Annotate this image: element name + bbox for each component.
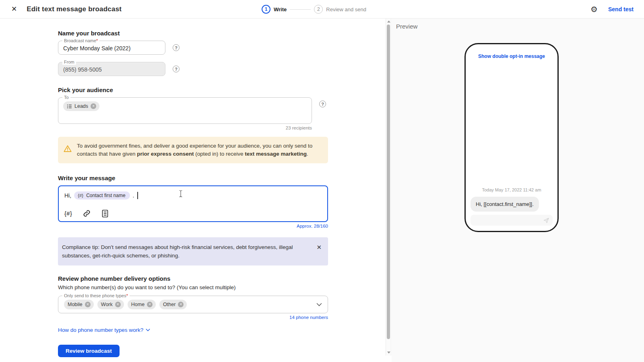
from-row: From ? xyxy=(58,62,386,76)
send-test-button[interactable]: Send test xyxy=(608,6,634,12)
recipients-count: 23 recipients xyxy=(58,125,312,130)
audience-chip-label: Leads xyxy=(74,103,88,109)
broadcast-name-field-wrap: Broadcast name* xyxy=(58,41,165,55)
phone-types-help-link[interactable]: How do phone number types work? xyxy=(58,327,150,333)
step-1-circle: 1 xyxy=(262,5,270,14)
mouse-ibeam-cursor xyxy=(178,190,183,199)
broadcast-name-row: Broadcast name* ? xyxy=(58,41,386,55)
scroll-down-arrow[interactable] xyxy=(387,352,390,354)
required-asterisk: * xyxy=(126,293,128,298)
preview-panel: Preview Show double opt-in message Today… xyxy=(392,19,644,362)
consent-warning-bold-2: text message marketing xyxy=(245,151,307,157)
link-icon xyxy=(83,209,91,218)
audience-section-heading: Pick your audience xyxy=(58,86,386,93)
dismiss-compliance-tip-icon[interactable]: ✕ xyxy=(316,243,322,260)
preview-message-bubble: Hi, [[contact.first_name]]. xyxy=(471,197,539,212)
required-asterisk: * xyxy=(96,38,98,43)
merge-field-label: Contact first name xyxy=(86,193,125,198)
warning-triangle-icon xyxy=(63,144,72,153)
header: ✕ Edit text message broadcast 1 Write 2 … xyxy=(0,0,644,19)
preview-timestamp: Today May 17, 2022 11:42 am xyxy=(466,187,557,192)
text-caret xyxy=(137,192,138,199)
list-icon xyxy=(67,104,72,109)
to-help-icon[interactable]: ? xyxy=(319,101,326,107)
phone-numbers-count: 14 phone numbers xyxy=(58,315,328,320)
chevron-down-icon xyxy=(146,329,150,331)
compliance-tip-banner: Compliance tip: Don't send messages abou… xyxy=(58,237,328,265)
remove-home-chip-icon[interactable]: × xyxy=(147,302,153,307)
broadcast-name-help-icon[interactable]: ? xyxy=(173,44,180,51)
header-actions: ⚙ Send test xyxy=(590,5,634,13)
show-double-opt-in-link[interactable]: Show double opt-in message xyxy=(466,53,557,59)
from-field-wrap: From xyxy=(58,62,165,76)
step-1-label: Write xyxy=(274,6,287,12)
consent-warning-banner: To avoid government fines, and deliver a… xyxy=(58,137,328,163)
step-2-circle: 2 xyxy=(314,5,323,14)
phone-type-chip-other[interactable]: Other × xyxy=(159,300,187,309)
broadcast-editor-screen: ✕ Edit text message broadcast 1 Write 2 … xyxy=(0,0,644,362)
step-2-label: Review and send xyxy=(326,6,366,12)
broadcast-name-label: Broadcast name* xyxy=(62,38,99,43)
gear-icon[interactable]: ⚙ xyxy=(590,5,598,13)
scroll-up-arrow[interactable] xyxy=(387,21,390,23)
stepper-connector xyxy=(290,9,311,10)
consent-warning-text: To avoid government fines, and deliver a… xyxy=(77,142,322,158)
to-label: To xyxy=(62,95,70,100)
from-help-icon[interactable]: ? xyxy=(173,66,180,72)
scrollbar-thumb[interactable] xyxy=(387,25,390,339)
phone-type-chip-mobile[interactable]: Mobile × xyxy=(64,300,94,309)
phone-types-select[interactable]: Only send to these phone types* Mobile ×… xyxy=(58,296,328,313)
remove-other-chip-icon[interactable]: × xyxy=(178,302,184,307)
message-content: Hi, {#} Contact first name . xyxy=(64,191,322,200)
composer-toolbar: {#} xyxy=(64,209,109,218)
send-paper-plane-icon xyxy=(543,217,549,224)
from-label: From xyxy=(62,59,76,65)
phone-type-chip-home[interactable]: Home × xyxy=(128,300,156,309)
document-icon xyxy=(101,210,109,218)
delivery-section-heading: Review phone number delivery options xyxy=(58,275,386,282)
preview-input-bar xyxy=(471,215,553,226)
insert-link-button[interactable] xyxy=(83,209,91,218)
remove-mobile-chip-icon[interactable]: × xyxy=(85,302,91,307)
close-button[interactable]: ✕ xyxy=(10,5,18,13)
message-text-after: . xyxy=(133,192,134,199)
name-section-heading: Name your broadcast xyxy=(58,30,386,37)
remove-leads-chip-icon[interactable]: × xyxy=(91,103,96,109)
to-field[interactable]: To Leads × xyxy=(58,97,312,124)
merge-field-chip[interactable]: {#} Contact first name xyxy=(74,191,130,200)
message-text-before: Hi, xyxy=(64,192,71,199)
phone-types-label: Only send to these phone types* xyxy=(62,293,130,298)
to-row: To Leads × ? xyxy=(58,97,386,124)
step-write[interactable]: 1 Write xyxy=(262,5,287,14)
consent-warning-bold-1: prior express consent xyxy=(137,151,194,157)
message-section-heading: Write your message xyxy=(58,175,386,181)
close-icon: ✕ xyxy=(11,5,17,13)
message-composer[interactable]: Hi, {#} Contact first name . {#} xyxy=(58,185,328,222)
chevron-down-icon[interactable] xyxy=(316,303,322,306)
phone-mockup: Show double opt-in message Today May 17,… xyxy=(464,43,559,232)
compliance-tip-text: Compliance tip: Don't send messages abou… xyxy=(62,243,295,260)
page-title: Edit text message broadcast xyxy=(27,5,122,13)
preview-title: Preview xyxy=(396,23,417,30)
vertical-scrollbar[interactable] xyxy=(386,19,391,356)
templates-button[interactable] xyxy=(101,210,109,218)
review-broadcast-button[interactable]: Review broadcast xyxy=(58,345,120,357)
stepper: 1 Write 2 Review and send xyxy=(262,0,366,19)
audience-chip-leads[interactable]: Leads × xyxy=(63,101,99,111)
delivery-question: Which phone number(s) do you want to sen… xyxy=(58,284,386,290)
merge-field-icon: {#} xyxy=(78,193,83,198)
main-form-panel: Name your broadcast Broadcast name* ? Fr… xyxy=(0,19,386,362)
character-count: Approx. 28/160 xyxy=(58,224,328,228)
remove-work-chip-icon[interactable]: × xyxy=(115,302,121,307)
phone-type-chip-work[interactable]: Work × xyxy=(97,300,124,309)
step-review-and-send[interactable]: 2 Review and send xyxy=(314,5,366,14)
insert-merge-field-button[interactable]: {#} xyxy=(64,210,72,217)
